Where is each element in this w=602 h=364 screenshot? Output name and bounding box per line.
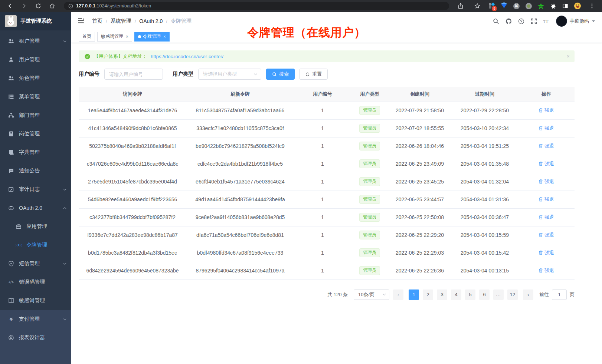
report-ring-icon: [8, 335, 14, 341]
sidebar-item-报表设计器[interactable]: 报表设计器: [0, 328, 71, 347]
expire-time-cell: 2054-03-04 00:15:59: [451, 226, 518, 244]
force-logout-button[interactable]: 强退: [539, 214, 554, 221]
pager-page-2[interactable]: 2: [423, 289, 433, 300]
sidebar-menu: 租户管理用户管理角色管理菜单管理部门管理岗位管理字典管理通知公告审计日志OAut…: [0, 30, 71, 310]
force-logout-button[interactable]: 强退: [539, 178, 554, 185]
extension-tabs-icon[interactable]: 9: [488, 3, 495, 9]
svg-text:T: T: [546, 19, 549, 24]
home-icon[interactable]: [47, 1, 58, 10]
extension-command-icon[interactable]: ⌘: [513, 3, 520, 9]
table-row: c342377bf8b344799dcbf7bf095287f29ce8ef2a…: [79, 208, 575, 226]
expire-time-cell: 2054-03-04 01:32:04: [451, 173, 518, 191]
pager-page-12[interactable]: 12: [507, 289, 518, 300]
chevron-down-icon: [253, 72, 258, 76]
sidebar-item-租户管理[interactable]: 租户管理: [0, 32, 71, 50]
share-icon[interactable]: [455, 1, 466, 10]
sidebar-item-部门管理[interactable]: 部门管理: [0, 106, 71, 125]
force-logout-button[interactable]: 强退: [539, 267, 554, 274]
tab-close-icon[interactable]: ×: [163, 34, 166, 39]
sidebar-item-岗位管理[interactable]: 岗位管理: [0, 125, 71, 143]
forward-icon[interactable]: [19, 1, 30, 10]
access-token-cell: 502375b8040a469a9b82188afdf6af1f: [79, 137, 186, 155]
pager-prev[interactable]: ‹: [393, 289, 403, 300]
doc-link[interactable]: https://doc.iocoder.cn/user-center/: [151, 54, 223, 59]
sidebar-collapse-icon[interactable]: [77, 17, 85, 25]
extension-record-icon[interactable]: [525, 3, 532, 9]
sidebar-item-label: 令牌管理: [26, 242, 47, 248]
tab-sensitive-words[interactable]: 敏感词管理×: [97, 32, 132, 42]
force-logout-button[interactable]: 强退: [539, 249, 554, 256]
site-info-icon[interactable]: [68, 4, 73, 9]
sidebar-item-应用管理[interactable]: 应用管理: [0, 217, 71, 236]
pager-page-1[interactable]: 1: [409, 289, 419, 300]
page-size-select[interactable]: 10条/页: [354, 289, 389, 300]
page-header: 首页/ 系统管理/ OAuth 2.0/ 令牌管理 TT 芋道源码: [71, 12, 602, 30]
sidebar-toggle-icon[interactable]: [562, 3, 569, 9]
created-time-cell: 2022-06-25 22:26:36: [388, 262, 451, 279]
tab-token-management[interactable]: 令牌管理×: [134, 32, 170, 42]
force-logout-button[interactable]: 强退: [539, 143, 554, 149]
sidebar-item-菜单管理[interactable]: 菜单管理: [0, 87, 71, 106]
pager-page-6[interactable]: 6: [479, 289, 490, 300]
access-token-cell: 1ea5e44f8bc1467aaede43144f31de76: [79, 102, 186, 119]
sidebar-item-令牌管理[interactable]: ((A))令牌管理: [0, 236, 71, 254]
extension-gem-icon[interactable]: [501, 3, 507, 9]
sidebar-item-用户管理[interactable]: 用户管理: [0, 50, 71, 69]
sidebar-item-短信管理[interactable]: 短信管理: [0, 254, 71, 273]
access-token-cell: c347026e805e4d99b0d116eae66eda8c: [79, 155, 186, 173]
tab-home[interactable]: 首页: [79, 32, 95, 42]
pager-more[interactable]: ...: [493, 289, 504, 300]
column-header: 用户类型: [351, 87, 388, 102]
github-icon[interactable]: [506, 18, 512, 24]
browser-menu-dots-icon[interactable]: [586, 1, 598, 10]
sidebar-item-审计日志[interactable]: 审计日志: [0, 180, 71, 199]
expire-time-cell: 2054-03-04 00:13:15: [451, 262, 518, 279]
fullscreen-icon[interactable]: [531, 18, 537, 24]
column-header: 过期时间: [451, 87, 518, 102]
access-token-cell: c342377bf8b344799dcbf7bf095287f2: [79, 208, 186, 226]
reset-button[interactable]: 重置: [299, 69, 328, 80]
help-icon[interactable]: [518, 18, 524, 24]
alert-close-icon[interactable]: ×: [567, 54, 570, 59]
extension-star-icon[interactable]: [537, 3, 544, 9]
force-logout-button[interactable]: 强退: [539, 161, 554, 167]
user-type-select[interactable]: 请选择用户类型: [198, 69, 261, 80]
sidebar-item-支付管理[interactable]: ¥支付管理: [0, 310, 71, 328]
force-logout-button[interactable]: 强退: [539, 107, 554, 114]
extension-splat-icon[interactable]: [550, 3, 556, 9]
breadcrumb-home[interactable]: 首页: [92, 18, 102, 24]
back-icon[interactable]: [4, 1, 16, 10]
tab-close-icon[interactable]: ×: [126, 34, 128, 39]
browser-toolbar: 127.0.0.1:1024/system/oauth2/token 9 ⌘: [0, 0, 602, 12]
user-id-input[interactable]: [104, 69, 163, 80]
profile-emoji-icon[interactable]: [574, 3, 581, 9]
search-button[interactable]: 搜索: [266, 69, 295, 80]
sidebar-item-通知公告[interactable]: 通知公告: [0, 162, 71, 180]
font-size-icon[interactable]: TT: [543, 18, 550, 24]
address-bar[interactable]: 127.0.0.1:1024/system/oauth2/token: [64, 2, 449, 10]
breadcrumb-oauth[interactable]: OAuth 2.0: [139, 18, 163, 24]
user-menu[interactable]: 芋道源码: [556, 16, 595, 27]
bookmark-star-icon[interactable]: [472, 1, 483, 10]
sidebar-item-字典管理[interactable]: 字典管理: [0, 143, 71, 162]
force-logout-button[interactable]: 强退: [539, 125, 554, 132]
force-logout-button[interactable]: 强退: [539, 196, 554, 203]
search-icon[interactable]: [493, 18, 499, 24]
breadcrumb-system[interactable]: 系统管理: [111, 18, 131, 24]
column-header: 操作: [518, 87, 575, 102]
column-header: 访问令牌: [79, 87, 186, 102]
sidebar-item-错误码管理[interactable]: </>错误码管理: [0, 273, 71, 291]
success-check-icon: [85, 54, 90, 59]
pager-page-5[interactable]: 5: [465, 289, 475, 300]
app-logo[interactable]: 芋道管理系统: [0, 12, 71, 30]
sidebar-item-角色管理[interactable]: 角色管理: [0, 69, 71, 87]
goto-page-input[interactable]: [552, 289, 567, 300]
reload-icon[interactable]: [33, 1, 44, 10]
sidebar-item-oauth-2.0[interactable]: OAuth 2.0: [0, 199, 71, 217]
doc-alert: 【用户体系】文档地址： https://doc.iocoder.cn/user-…: [79, 50, 575, 62]
force-logout-button[interactable]: 强退: [539, 232, 554, 238]
pager-next[interactable]: ›: [523, 289, 533, 300]
sidebar-item-敏感词管理[interactable]: 敏感词管理: [0, 291, 71, 310]
pager-page-3[interactable]: 3: [437, 289, 447, 300]
pager-page-4[interactable]: 4: [451, 289, 461, 300]
